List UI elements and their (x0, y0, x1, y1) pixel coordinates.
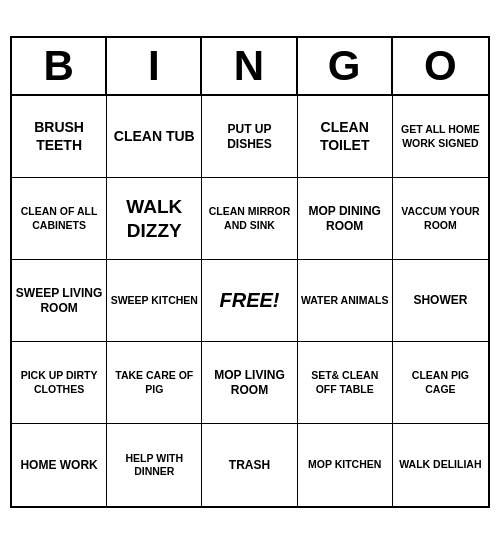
bingo-cell-11: SWEEP KITCHEN (107, 260, 202, 342)
bingo-cell-6: WALK DIZZY (107, 178, 202, 260)
bingo-letter-n: N (202, 38, 297, 94)
bingo-cell-10: SWEEP LIVING ROOM (12, 260, 107, 342)
bingo-cell-5: CLEAN OF ALL CABINETS (12, 178, 107, 260)
bingo-cell-16: TAKE CARE OF PIG (107, 342, 202, 424)
bingo-letter-i: I (107, 38, 202, 94)
bingo-cell-18: SET& CLEAN OFF TABLE (298, 342, 393, 424)
bingo-cell-8: MOP DINING ROOM (298, 178, 393, 260)
bingo-cell-19: CLEAN PIG CAGE (393, 342, 488, 424)
bingo-cell-1: CLEAN TUB (107, 96, 202, 178)
bingo-cell-13: WATER ANIMALS (298, 260, 393, 342)
bingo-letter-o: O (393, 38, 488, 94)
bingo-cell-3: CLEAN TOILET (298, 96, 393, 178)
bingo-cell-12: Free! (202, 260, 297, 342)
bingo-letter-g: G (298, 38, 393, 94)
bingo-letter-b: B (12, 38, 107, 94)
bingo-cell-21: HELP WITH DINNER (107, 424, 202, 506)
bingo-cell-20: HOME WORK (12, 424, 107, 506)
bingo-cell-0: BRUSH TEETH (12, 96, 107, 178)
bingo-grid: BRUSH TEETHCLEAN TUBPUT UP DISHESCLEAN T… (12, 96, 488, 506)
bingo-cell-24: WALK DELILIAH (393, 424, 488, 506)
bingo-cell-22: TRASH (202, 424, 297, 506)
bingo-cell-9: VACCUM YOUR ROOM (393, 178, 488, 260)
bingo-cell-17: MOP LIVING ROOM (202, 342, 297, 424)
bingo-cell-7: CLEAN MIRROR AND SINK (202, 178, 297, 260)
bingo-cell-4: GET ALL HOME WORK SIGNED (393, 96, 488, 178)
bingo-cell-14: SHOWER (393, 260, 488, 342)
bingo-header: BINGO (12, 38, 488, 96)
bingo-cell-15: PICK UP DIRTY CLOTHES (12, 342, 107, 424)
bingo-card: BINGO BRUSH TEETHCLEAN TUBPUT UP DISHESC… (10, 36, 490, 508)
bingo-cell-2: PUT UP DISHES (202, 96, 297, 178)
bingo-cell-23: MOP KITCHEN (298, 424, 393, 506)
